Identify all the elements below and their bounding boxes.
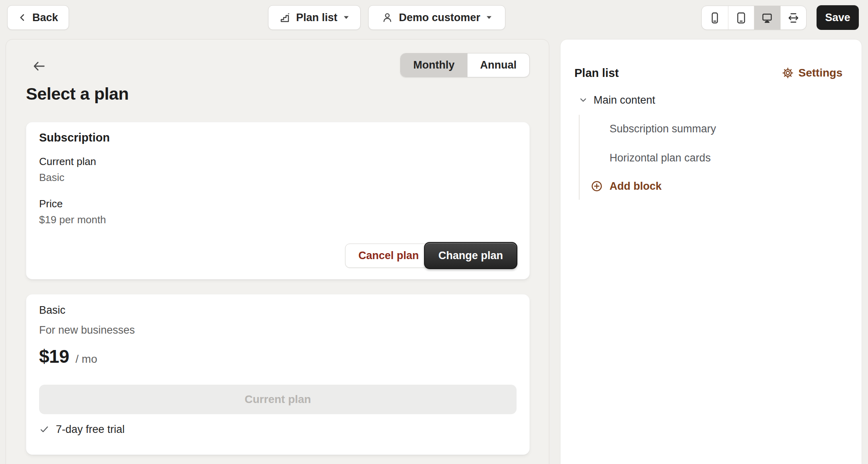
caret-down-icon <box>486 16 492 20</box>
sidebar-header: Plan list Settings <box>574 65 842 81</box>
tablet-icon <box>734 10 749 26</box>
sidebar-section-main-content[interactable]: Main content <box>579 93 655 107</box>
price-value: $19 per month <box>39 213 517 226</box>
sidebar-block-subscription-summary[interactable]: Subscription summary <box>610 122 716 136</box>
plan-price-row: $19 / mo <box>39 346 517 366</box>
sidebar-title: Plan list <box>574 67 619 80</box>
page-selector-dropdown[interactable]: Plan list <box>268 5 361 30</box>
current-plan-value: Basic <box>39 171 517 184</box>
plan-description: For new businesses <box>39 323 517 337</box>
plan-feature-label: 7-day free trial <box>56 423 125 436</box>
device-preview-toggle <box>701 6 807 30</box>
billing-annual-label: Annual <box>480 59 517 71</box>
device-phone-button[interactable] <box>702 6 728 29</box>
caret-down-icon <box>343 16 349 20</box>
fullwidth-icon <box>786 10 801 26</box>
add-block-button[interactable]: Add block <box>591 179 662 194</box>
billing-annual-tab[interactable]: Annual <box>468 53 530 77</box>
subscription-summary-card: Subscription Current plan Basic Price $1… <box>26 122 530 279</box>
save-button[interactable]: Save <box>817 5 859 30</box>
preview-panel: Monthly Annual Select a plan Subscriptio… <box>6 39 549 464</box>
settings-button[interactable]: Settings <box>782 67 842 79</box>
device-tablet-button[interactable] <box>728 6 754 29</box>
phone-icon <box>707 10 722 26</box>
plan-icon <box>279 12 290 23</box>
editor-sidebar: Plan list Settings Main content Subscrip… <box>560 39 862 464</box>
cancel-plan-button[interactable]: Cancel plan <box>345 244 432 268</box>
plan-card: Basic For new businesses $19 / mo Curren… <box>26 294 530 455</box>
save-button-label: Save <box>825 12 850 24</box>
settings-label: Settings <box>799 67 842 79</box>
page-selector-label: Plan list <box>296 12 337 24</box>
check-icon <box>39 424 49 435</box>
price-label: Price <box>39 197 517 210</box>
back-button-label: Back <box>32 12 58 24</box>
add-block-label: Add block <box>610 180 662 193</box>
section-label: Main content <box>594 94 655 106</box>
change-plan-button[interactable]: Change plan <box>424 242 517 269</box>
back-chevron-icon <box>18 13 27 22</box>
desktop-icon <box>760 10 775 26</box>
device-fullwidth-button[interactable] <box>780 6 807 29</box>
customer-selector-label: Demo customer <box>399 12 480 24</box>
plan-price: $19 <box>39 346 69 367</box>
plan-name: Basic <box>39 295 517 317</box>
page-title: Select a plan <box>26 84 129 104</box>
person-icon <box>381 12 393 24</box>
tree-guide-line <box>579 115 580 200</box>
customer-selector-dropdown[interactable]: Demo customer <box>368 5 505 30</box>
plus-circle-icon <box>591 180 603 192</box>
billing-monthly-label: Monthly <box>413 59 454 71</box>
plan-feature-row: 7-day free trial <box>39 423 517 436</box>
current-plan-label: Current plan <box>39 155 517 168</box>
current-plan-button: Current plan <box>39 385 517 414</box>
chevron-down-icon <box>579 96 588 104</box>
plan-price-period: / mo <box>75 353 97 366</box>
back-button[interactable]: Back <box>7 5 69 30</box>
back-arrow-icon <box>32 59 47 74</box>
billing-interval-toggle: Monthly Annual <box>400 53 530 77</box>
device-desktop-button[interactable] <box>754 6 780 29</box>
preview-back-button[interactable] <box>32 59 47 74</box>
subscription-card-title: Subscription <box>39 122 517 145</box>
gear-icon <box>782 67 794 79</box>
billing-monthly-tab[interactable]: Monthly <box>400 53 467 77</box>
sidebar-block-horizontal-plan-cards[interactable]: Horizontal plan cards <box>610 151 711 165</box>
